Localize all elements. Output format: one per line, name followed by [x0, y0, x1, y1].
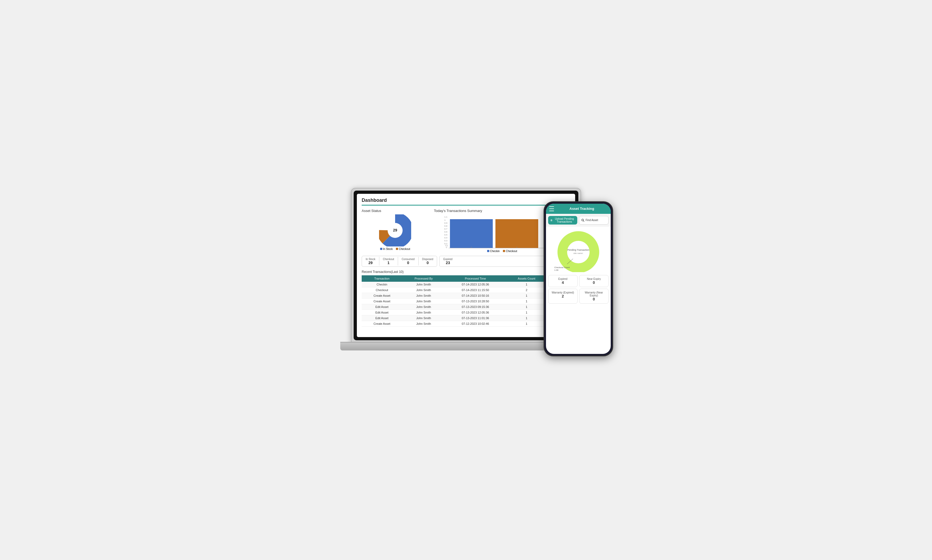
table-row: Create Asset John Smith 07-12-2023 10:02…	[362, 321, 570, 326]
svg-text:0.4: 0.4	[444, 237, 447, 239]
svg-text:0: 0	[471, 246, 472, 249]
cell-transaction: Create Asset	[362, 321, 402, 326]
pie-svg: 29	[379, 214, 411, 246]
mobile-near-expiry-value: 0	[582, 280, 606, 285]
mobile-near-expiry-label: Near Expiry	[582, 277, 606, 280]
cell-processed-time: 07-13-2023 11:01:36	[445, 315, 506, 321]
in-stock-stat-label: In Stock	[366, 258, 375, 261]
stat-group-left: In Stock 29 Checkout 1 Consumed 0	[362, 256, 437, 267]
checkin-bar	[450, 219, 493, 248]
cell-processed-time: 07-14-2023 10:50:16	[445, 293, 506, 298]
stat-consumed: Consumed 0	[398, 256, 418, 266]
checkout-label: Checkout	[399, 248, 410, 251]
mobile-warranty-expired-value: 2	[551, 294, 575, 298]
pie-chart: 29	[379, 214, 411, 246]
legend-in-stock: In Stock	[380, 248, 393, 251]
teal-divider	[362, 205, 570, 206]
mobile-expired-value: 4	[551, 280, 575, 285]
cell-assets-count: 1	[506, 298, 547, 304]
in-stock-dot	[380, 248, 382, 250]
col-processed-time: Processed Time	[445, 275, 506, 282]
checkout-bar	[495, 219, 538, 248]
cell-processed-time: 07-13-2023 10:28:50	[445, 298, 506, 304]
checkin-dot	[487, 250, 489, 252]
donut-svg: Pending Transaction site name: Checkout …	[552, 229, 605, 272]
cell-transaction: Create Asset	[362, 293, 402, 298]
bar-legend-checkout: Checkout	[503, 250, 517, 252]
cell-transaction: Edit Asset	[362, 304, 402, 309]
upload-btn-label: Upload Pending Transactions	[554, 217, 575, 223]
hamburger-icon[interactable]	[549, 206, 554, 211]
mobile-warranty-near-expiry-label: Warranty (Near Expiry)	[582, 291, 606, 297]
scene: Dashboard Asset Status	[319, 180, 613, 380]
svg-text:0.9: 0.9	[444, 222, 447, 224]
menu-line-2	[549, 209, 554, 209]
cell-processed-by: John Smith	[402, 315, 445, 321]
stat-checkout: Checkout 1	[379, 256, 398, 266]
mobile-expired-label: Expired	[551, 277, 575, 280]
upload-icon	[550, 218, 553, 222]
cell-assets-count: 1	[506, 321, 547, 326]
table-row: Edit Asset John Smith 07-13-2023 12:05:3…	[362, 309, 570, 315]
cell-processed-by: John Smith	[402, 321, 445, 326]
svg-text:0.1: 0.1	[445, 245, 448, 246]
mobile-stat-warranty-expired: Warranty (Expired) 2	[548, 289, 577, 304]
laptop-screen: Dashboard Asset Status	[357, 194, 575, 337]
cell-assets-count: 1	[506, 304, 547, 309]
cell-transaction: Edit Asset	[362, 315, 402, 321]
asset-status-section: Asset Status 29	[362, 209, 429, 252]
table-section: Recent Transactions(Last 10) Transaction…	[357, 270, 575, 327]
mobile-phone: Asset Tracking Upload Pending Transactio…	[543, 201, 613, 356]
col-transaction: Transaction	[362, 275, 402, 282]
mobile-warranty-near-expiry-value: 0	[582, 297, 606, 301]
mobile-stat-warranty-near-expiry: Warranty (Near Expiry) 0	[579, 289, 609, 304]
cell-assets-count: 1	[506, 309, 547, 315]
menu-line-3	[549, 211, 554, 211]
svg-text:Pending Transaction: Pending Transaction	[567, 249, 589, 251]
cell-processed-by: John Smith	[402, 282, 445, 287]
dashboard-title: Dashboard	[357, 194, 575, 205]
table-row: Checkout John Smith 07-14-2023 11:15:50 …	[362, 287, 570, 293]
checkout-dot	[396, 248, 398, 250]
consumed-stat-label: Consumed	[401, 258, 414, 261]
menu-line-1	[549, 206, 554, 207]
cell-processed-by: John Smith	[402, 293, 445, 298]
cell-transaction: Create Asset	[362, 298, 402, 304]
dashboard: Dashboard Asset Status	[357, 194, 575, 337]
mobile-btn-row: Upload Pending Transactions Find Asset	[546, 214, 611, 227]
table-header-row: Transaction Processed By Processed Time …	[362, 275, 570, 282]
cell-processed-by: John Smith	[402, 287, 445, 293]
svg-text:1.1: 1.1	[444, 216, 447, 218]
find-asset-button[interactable]: Find Asset	[579, 216, 609, 225]
stat-in-stock: In Stock 29	[362, 256, 379, 266]
legend-checkout: Checkout	[396, 248, 410, 251]
svg-text:0.7: 0.7	[444, 228, 447, 230]
cell-assets-count: 1	[506, 315, 547, 321]
table-row: Edit Asset John Smith 07-13-2023 09:15:3…	[362, 304, 570, 309]
svg-text:Checkout Count: Checkout Count	[554, 266, 570, 269]
col-processed-by: Processed By	[402, 275, 445, 282]
svg-text:0.5: 0.5	[444, 234, 447, 236]
cell-processed-time: 07-14-2023 11:15:50	[445, 287, 506, 293]
mobile-warranty-expired-label: Warranty (Expired)	[551, 291, 575, 294]
svg-text:1.00: 1.00	[554, 269, 559, 271]
cell-processed-by: John Smith	[402, 304, 445, 309]
svg-text:site name:: site name:	[574, 252, 583, 254]
cell-processed-time: 07-13-2023 09:15:36	[445, 304, 506, 309]
search-icon	[581, 218, 585, 222]
cell-transaction: Checkin	[362, 282, 402, 287]
pie-center-label: 29	[393, 228, 397, 232]
upload-pending-button[interactable]: Upload Pending Transactions	[548, 216, 577, 225]
checkout-legend-dot	[503, 250, 505, 252]
svg-text:0: 0	[446, 246, 447, 248]
checkout-stat-label: Checkout	[383, 258, 394, 261]
bar-legend-checkin: Checkin	[487, 250, 500, 252]
cell-processed-by: John Smith	[402, 309, 445, 315]
cell-assets-count: 1	[506, 293, 547, 298]
svg-point-20	[582, 219, 584, 221]
mobile-inner: Asset Tracking Upload Pending Transactio…	[546, 204, 611, 354]
mobile-title: Asset Tracking	[556, 207, 608, 211]
table-row: Checkin John Smith 07-14-2023 12:05:36 1	[362, 282, 570, 287]
expired-stat-label: Expired	[443, 258, 452, 261]
stat-disposed: Disposed 0	[418, 256, 437, 266]
